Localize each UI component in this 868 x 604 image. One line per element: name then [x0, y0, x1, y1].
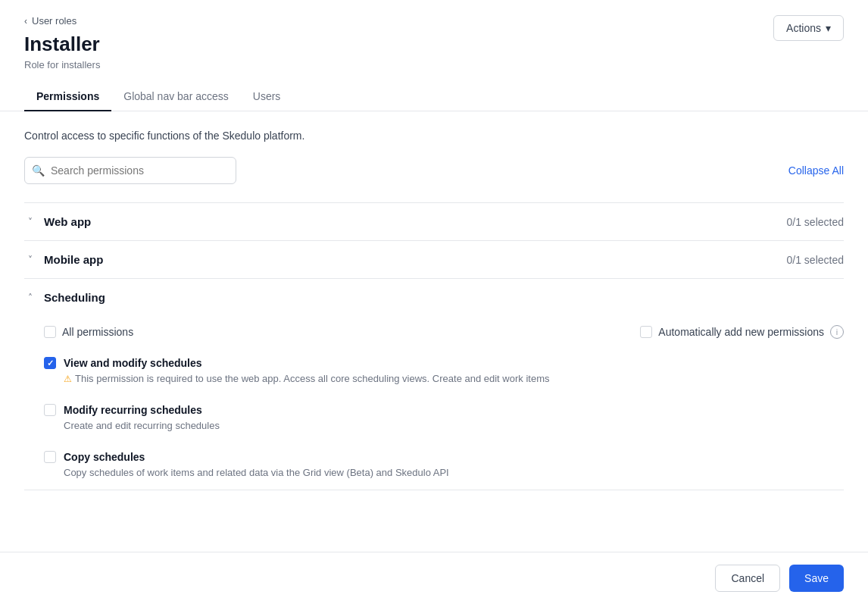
breadcrumb[interactable]: ‹ User roles — [24, 15, 844, 27]
search-icon: 🔍 — [32, 164, 45, 177]
permission-modify-recurring-main: Modify recurring schedules Create and ed… — [44, 404, 844, 433]
view-modify-name: View and modify schedules — [64, 357, 549, 369]
back-icon: ‹ — [24, 16, 27, 27]
save-button[interactable]: Save — [789, 565, 844, 592]
web-app-section-header[interactable]: ˅ Web app 0/1 selected — [24, 203, 844, 241]
auto-add-text: Automatically add new permissions — [658, 326, 824, 338]
web-app-count: 0/1 selected — [787, 216, 845, 228]
copy-schedules-desc: Copy schedules of work items and related… — [64, 466, 449, 480]
collapse-all-button[interactable]: Collapse All — [788, 164, 844, 177]
warning-icon: ⚠ — [64, 373, 72, 386]
mobile-app-section-header[interactable]: ˅ Mobile app 0/1 selected — [24, 241, 844, 279]
breadcrumb-label: User roles — [32, 15, 76, 27]
web-app-title: Web app — [44, 215, 91, 228]
header: ‹ User roles Installer Role for installe… — [0, 0, 868, 111]
web-app-section-left: ˅ Web app — [24, 215, 91, 228]
view-modify-checkbox[interactable] — [44, 357, 56, 369]
permission-view-modify-main: View and modify schedules ⚠ This permiss… — [44, 357, 844, 386]
auto-add-info-icon[interactable]: i — [830, 325, 844, 339]
auto-add-checkbox[interactable] — [640, 326, 652, 338]
permission-modify-recurring: Modify recurring schedules Create and ed… — [24, 395, 844, 442]
search-row: 🔍 Collapse All — [24, 157, 844, 184]
permission-view-modify-content: View and modify schedules ⚠ This permiss… — [64, 357, 549, 386]
copy-schedules-checkbox[interactable] — [44, 451, 56, 463]
scheduling-title: Scheduling — [44, 291, 105, 304]
page-subtitle: Role for installers — [24, 59, 844, 70]
scheduling-section: ˄ Scheduling All permissions Automatical… — [24, 279, 844, 490]
actions-button[interactable]: Actions ▾ — [773, 15, 844, 41]
modify-recurring-name: Modify recurring schedules — [64, 404, 220, 416]
permission-sections: ˅ Web app 0/1 selected ˅ Mobile app 0/1 … — [24, 202, 844, 490]
permission-modify-recurring-content: Modify recurring schedules Create and ed… — [64, 404, 220, 433]
permission-copy-schedules-main: Copy schedules Copy schedules of work it… — [44, 451, 844, 480]
view-modify-desc: This permission is required to use the w… — [75, 372, 549, 386]
all-permissions-checkbox[interactable] — [44, 326, 56, 338]
search-input[interactable] — [24, 157, 236, 184]
all-permissions-row: All permissions Automatically add new pe… — [24, 316, 844, 348]
auto-add-label[interactable]: Automatically add new permissions i — [640, 325, 844, 339]
all-permissions-text: All permissions — [62, 326, 133, 338]
main-content: Control access to specific functions of … — [0, 111, 868, 552]
permission-copy-schedules-content: Copy schedules Copy schedules of work it… — [64, 451, 449, 480]
search-wrapper: 🔍 — [24, 157, 236, 184]
modify-recurring-checkbox[interactable] — [44, 404, 56, 416]
scheduling-header-left: ˄ Scheduling — [24, 291, 105, 304]
tab-permissions[interactable]: Permissions — [24, 83, 111, 111]
tab-users[interactable]: Users — [241, 83, 293, 111]
page-wrapper: ‹ User roles Installer Role for installe… — [0, 0, 868, 604]
footer: Cancel Save — [0, 552, 868, 604]
actions-chevron-icon: ▾ — [826, 22, 831, 34]
mobile-app-count: 0/1 selected — [787, 254, 845, 266]
permission-view-modify: View and modify schedules ⚠ This permiss… — [24, 348, 844, 395]
tabs: Permissions Global nav bar access Users — [24, 83, 844, 111]
view-modify-warning: ⚠ This permission is required to use the… — [64, 372, 549, 386]
copy-schedules-name: Copy schedules — [64, 451, 449, 463]
scheduling-section-header[interactable]: ˄ Scheduling — [24, 279, 844, 316]
modify-recurring-desc: Create and edit recurring schedules — [64, 419, 220, 433]
mobile-app-chevron-icon: ˅ — [24, 255, 36, 265]
tab-global-nav[interactable]: Global nav bar access — [111, 83, 241, 111]
actions-label: Actions — [786, 22, 821, 34]
mobile-app-title: Mobile app — [44, 253, 103, 266]
mobile-app-section-left: ˅ Mobile app — [24, 253, 103, 266]
web-app-chevron-icon: ˅ — [24, 217, 36, 227]
page-title: Installer — [24, 33, 844, 56]
description: Control access to specific functions of … — [24, 130, 844, 142]
cancel-button[interactable]: Cancel — [715, 565, 780, 592]
permission-copy-schedules: Copy schedules Copy schedules of work it… — [24, 442, 844, 489]
scheduling-chevron-icon: ˄ — [24, 293, 36, 303]
all-permissions-label[interactable]: All permissions — [44, 326, 133, 338]
